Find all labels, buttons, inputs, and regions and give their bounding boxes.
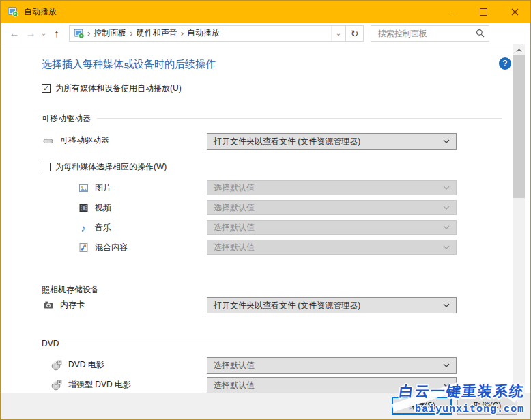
selected-value: 选择默认值 [214, 380, 255, 391]
chevron-down-icon [516, 387, 522, 391]
save-button[interactable]: 保存(S) [392, 397, 452, 415]
close-button[interactable] [499, 1, 530, 23]
dvd-icon [51, 380, 62, 391]
chevron-up-icon [516, 48, 522, 53]
help-button[interactable]: ? [499, 57, 511, 70]
memory-card-label: 内存卡 [60, 299, 85, 311]
autoplay-app-icon [8, 6, 18, 17]
per-media-checkbox-row: 为每种媒体选择相应的操作(W) [42, 161, 167, 173]
mixed-content-row: 混合内容 [78, 242, 128, 253]
address-bar[interactable]: › 控制面板 › 硬件和声音 › 自动播放 ⌄ [69, 25, 346, 42]
music-icon: ♪ [78, 223, 89, 234]
chevron-down-icon: ⌄ [41, 29, 46, 37]
use-autoplay-label[interactable]: 为所有媒体和设备使用自动播放(U) [55, 83, 182, 94]
section-removable-drives: 可移动驱动器 [42, 113, 502, 124]
search-icon [476, 29, 485, 38]
chevron-down-icon [443, 139, 450, 143]
breadcrumb-control-panel[interactable]: 控制面板 [90, 27, 130, 39]
refresh-icon: ↻ [351, 28, 359, 39]
dvd-icon [51, 360, 62, 371]
memory-card-row: 内存卡 [43, 299, 85, 311]
chevron-down-icon [443, 303, 450, 307]
memory-card-icon [43, 300, 54, 311]
pictures-select: 选择默认值 [207, 180, 457, 195]
videos-icon [78, 203, 89, 214]
selected-value: 选择默认值 [214, 222, 255, 234]
section-rule [97, 118, 502, 119]
enhanced-dvd-movie-label: 增强型 DVD 电影 [68, 379, 131, 391]
address-dropdown-button[interactable]: ⌄ [331, 26, 345, 41]
selected-value: 选择默认值 [214, 202, 255, 214]
mixed-content-icon [78, 242, 89, 253]
breadcrumb-autoplay[interactable]: 自动播放 [184, 27, 223, 39]
search-input[interactable] [377, 28, 476, 39]
help-icon: ? [502, 59, 507, 68]
enhanced-dvd-movie-select[interactable]: 选择默认值 [207, 377, 457, 393]
autoplay-window: 自动播放 ← → ⌄ ↑ › 控制面板 › [0, 0, 531, 420]
up-icon: ↑ [54, 27, 59, 39]
videos-row: 视频 [78, 202, 111, 214]
removable-drive-select[interactable]: 打开文件夹以查看文件 (文件资源管理器) [207, 133, 457, 150]
minimize-icon [448, 12, 456, 12]
videos-select: 选择默认值 [207, 200, 457, 215]
page-title: 选择插入每种媒体或设备时的后续操作 [42, 58, 216, 71]
dvd-movie-row: DVD 电影 [51, 359, 104, 371]
navigation-toolbar: ← → ⌄ ↑ › 控制面板 › 硬件和声音 › 自动播放 ⌄ ↻ [1, 23, 530, 44]
back-button[interactable]: ← [6, 25, 23, 42]
videos-label: 视频 [95, 202, 111, 214]
scrollbar-thumb[interactable] [513, 55, 525, 198]
pictures-icon [78, 183, 89, 194]
selected-value: 选择默认值 [214, 182, 255, 194]
memory-card-select[interactable]: 打开文件夹以查看文件 (文件资源管理器) [207, 297, 457, 313]
chevron-down-icon [443, 186, 450, 190]
chevron-down-icon: ⌄ [336, 29, 341, 37]
mixed-content-label: 混合内容 [95, 242, 128, 253]
maximize-button[interactable] [468, 1, 499, 23]
mixed-content-select: 选择默认值 [207, 240, 457, 255]
autoplay-settings-panel: 选择插入每种媒体或设备时的后续操作 ? ✓ 为所有媒体和设备使用自动播放(U) … [1, 44, 530, 393]
footer-bar: 保存(S) 取消(C) [1, 393, 530, 419]
music-select: 选择默认值 [207, 220, 457, 235]
removable-drive-row: 可移动驱动器 [43, 135, 109, 146]
cancel-button[interactable]: 取消(C) [457, 397, 517, 415]
section-label: 照相机存储设备 [42, 284, 99, 296]
selected-value: 打开文件夹以查看文件 (文件资源管理器) [214, 300, 360, 311]
use-autoplay-checkbox[interactable]: ✓ [42, 84, 51, 93]
selected-value: 选择默认值 [214, 360, 255, 372]
enhanced-dvd-movie-row: 增强型 DVD 电影 [51, 379, 131, 391]
forward-icon: → [26, 27, 36, 39]
forward-button[interactable]: → [23, 25, 39, 42]
search-box [371, 25, 489, 42]
close-icon [511, 8, 519, 16]
refresh-button[interactable]: ↻ [346, 25, 364, 42]
section-dvd: DVD [42, 339, 502, 348]
removable-drive-icon [43, 135, 54, 146]
recent-pages-button[interactable]: ⌄ [39, 25, 48, 42]
chevron-down-icon [443, 383, 450, 387]
music-row: ♪ 音乐 [78, 222, 111, 234]
breadcrumb-hardware-sound[interactable]: 硬件和声音 [133, 27, 181, 39]
per-media-label[interactable]: 为每种媒体选择相应的操作(W) [55, 161, 167, 173]
section-rule [65, 344, 502, 344]
chevron-down-icon [443, 225, 450, 229]
chevron-down-icon [443, 206, 450, 210]
minimize-button[interactable] [436, 1, 468, 23]
vertical-scrollbar[interactable] [513, 44, 525, 394]
music-label: 音乐 [95, 222, 111, 234]
titlebar: 自动播放 [1, 1, 530, 23]
section-camera-storage: 照相机存储设备 [42, 284, 502, 296]
chevron-down-icon [443, 363, 450, 367]
selected-value: 选择默认值 [214, 242, 255, 253]
removable-drive-label: 可移动驱动器 [60, 135, 109, 146]
selected-value: 打开文件夹以查看文件 (文件资源管理器) [214, 136, 360, 148]
window-title: 自动播放 [24, 6, 57, 18]
dvd-movie-select[interactable]: 选择默认值 [207, 357, 457, 374]
back-icon: ← [10, 27, 20, 39]
up-button[interactable]: ↑ [48, 25, 65, 42]
section-label: 可移动驱动器 [42, 113, 91, 124]
pictures-row: 图片 [78, 182, 111, 194]
per-media-checkbox[interactable] [42, 163, 51, 171]
use-autoplay-checkbox-row: ✓ 为所有媒体和设备使用自动播放(U) [42, 83, 182, 94]
dvd-movie-label: DVD 电影 [68, 359, 104, 371]
checkmark-icon: ✓ [43, 85, 49, 92]
